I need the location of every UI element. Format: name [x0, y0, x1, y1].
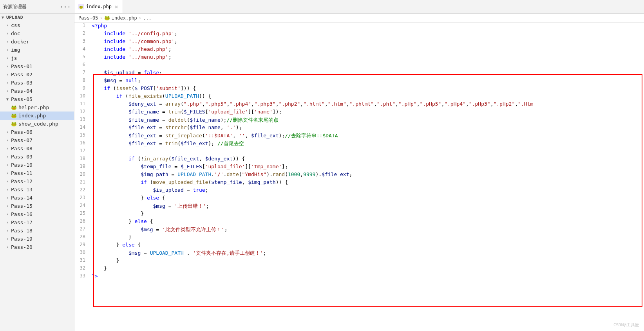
sidebar-item-pass17[interactable]: › Pass-17: [0, 218, 74, 227]
table-row: 32 }: [74, 265, 644, 273]
line-code: $msg = '上传出错！';: [90, 203, 644, 210]
line-number: 5: [74, 54, 90, 62]
line-code: include '../common.php';: [90, 38, 644, 46]
table-row: 29 } else {: [74, 242, 644, 250]
sidebar-item-show-code-php[interactable]: 🐸 show_code.php: [0, 120, 74, 128]
sidebar-item-pass19[interactable]: › Pass-19: [0, 235, 74, 243]
table-row: 3 include '../common.php';: [74, 38, 644, 46]
arrow-icon: ›: [6, 138, 9, 142]
table-row: 15 $file_ext = str_ireplace('::$DATA', '…: [74, 132, 644, 140]
arrow-icon: ›: [6, 146, 9, 151]
sidebar-item-index-php[interactable]: 🐸 index.php: [0, 112, 74, 120]
tab-close-button[interactable]: ✕: [114, 3, 119, 11]
table-row: 33 ?>: [74, 273, 644, 281]
arrow-icon: ›: [6, 171, 9, 175]
sidebar-item-pass01[interactable]: › Pass-01: [0, 62, 74, 70]
arrow-icon: ›: [6, 196, 9, 200]
line-code: if (file_exists(UPLOAD_PATH)) {: [90, 93, 644, 101]
sidebar-label: Pass-01: [11, 63, 33, 69]
table-row: 23 } else {: [74, 195, 644, 203]
line-number: 4: [74, 46, 90, 54]
sidebar-label: Pass-08: [11, 146, 33, 151]
sidebar-item-pass02[interactable]: › Pass-02: [0, 70, 74, 79]
table-row: 25 }: [74, 210, 644, 218]
sidebar-item-pass13[interactable]: › Pass-13: [0, 185, 74, 194]
sidebar-item-pass20[interactable]: › Pass-20: [0, 243, 74, 251]
table-row: 5 include '../menu.php';: [74, 54, 644, 62]
arrow-icon: ›: [6, 31, 9, 36]
line-code: $is_upload = false;: [90, 70, 644, 77]
table-row: 28 }: [74, 234, 644, 242]
arrow-icon: ›: [6, 245, 9, 249]
line-code: [90, 148, 644, 156]
sidebar-label: Pass-16: [11, 211, 33, 217]
line-code: } else {: [90, 195, 644, 203]
line-number: 21: [74, 179, 90, 187]
code-container[interactable]: 1 <?php 2 include '../config.php'; 3 inc…: [74, 23, 644, 331]
line-code: } else {: [90, 218, 644, 226]
sidebar-item-pass16[interactable]: › Pass-16: [0, 210, 74, 218]
sidebar-item-js[interactable]: › js: [0, 54, 74, 62]
sidebar-item-pass08[interactable]: › Pass-08: [0, 144, 74, 153]
sidebar-label: Pass-12: [11, 178, 33, 184]
sidebar-item-css[interactable]: › css: [0, 21, 74, 29]
line-number: 9: [74, 85, 90, 93]
sidebar-item-helper-php[interactable]: 🐸 helper.php: [0, 103, 74, 112]
sidebar-item-pass18[interactable]: › Pass-18: [0, 227, 74, 235]
line-number: 8: [74, 77, 90, 85]
line-number: 13: [74, 117, 90, 124]
sidebar-label: docker: [11, 39, 29, 45]
more-button[interactable]: ···: [60, 3, 71, 11]
sidebar-label: show_code.php: [18, 121, 58, 127]
php-file-icon: 🐸: [78, 4, 84, 9]
line-number: 17: [74, 148, 90, 156]
line-number: 16: [74, 140, 90, 148]
table-row: 9 if (isset($_POST['submit'])) {: [74, 85, 644, 93]
sidebar-item-upload[interactable]: ▼ UPLOAD: [0, 14, 74, 21]
breadcrumb-ellipsis: ...: [143, 15, 152, 21]
sidebar-label: Pass-14: [11, 195, 33, 201]
tab-index-php[interactable]: 🐸 index.php ✕: [74, 0, 123, 13]
sidebar-item-img[interactable]: › img: [0, 46, 74, 54]
sidebar-item-pass15[interactable]: › Pass-15: [0, 202, 74, 210]
line-number: 19: [74, 164, 90, 171]
line-number: 27: [74, 226, 90, 234]
sidebar-item-pass14[interactable]: › Pass-14: [0, 194, 74, 202]
sidebar-item-pass07[interactable]: › Pass-07: [0, 136, 74, 144]
sidebar-item-pass04[interactable]: › Pass-04: [0, 87, 74, 95]
file-icon: 🐸: [11, 113, 17, 119]
table-row: 6: [74, 62, 644, 70]
arrow-icon: ›: [6, 155, 9, 159]
table-row: 8 $msg = null;: [74, 77, 644, 85]
sidebar-item-pass11[interactable]: › Pass-11: [0, 169, 74, 177]
sidebar-item-docker[interactable]: › docker: [0, 38, 74, 46]
arrow-icon: ›: [6, 89, 9, 93]
sidebar-item-pass03[interactable]: › Pass-03: [0, 79, 74, 87]
table-row: 24 $msg = '上传出错！';: [74, 203, 644, 210]
arrow-icon: ›: [6, 130, 9, 134]
line-number: 24: [74, 203, 90, 210]
sidebar-item-doc[interactable]: › doc: [0, 29, 74, 38]
table-row: 14 $file_ext = strrchr($file_name, '.');: [74, 124, 644, 132]
sidebar-item-pass10[interactable]: › Pass-10: [0, 161, 74, 169]
breadcrumb-pass05: Pass-05: [78, 15, 98, 21]
line-number: 22: [74, 187, 90, 195]
sidebar-label: Pass-09: [11, 154, 33, 160]
arrow-icon: ›: [6, 64, 9, 68]
line-number: 26: [74, 218, 90, 226]
table-row: 10 if (file_exists(UPLOAD_PATH)) {: [74, 93, 644, 101]
line-code: $deny_ext = array(".php",".php5",".php4"…: [90, 101, 644, 109]
line-code: if (isset($_POST['submit'])) {: [90, 85, 644, 93]
table-row: 2 include '../config.php';: [74, 31, 644, 38]
line-number: 12: [74, 109, 90, 117]
line-code: }: [90, 210, 644, 218]
file-icon: 🐸: [11, 121, 17, 127]
sidebar-item-pass05[interactable]: ▼ Pass-05: [0, 95, 74, 103]
sidebar-item-pass06[interactable]: › Pass-06: [0, 128, 74, 136]
sidebar-label-upload: UPLOAD: [6, 15, 23, 20]
sidebar-item-pass09[interactable]: › Pass-09: [0, 153, 74, 161]
line-code: if (!in_array($file_ext, $deny_ext)) {: [90, 156, 644, 164]
line-number: 32: [74, 265, 90, 273]
sidebar-item-pass12[interactable]: › Pass-12: [0, 177, 74, 185]
arrow-icon: ›: [6, 163, 9, 167]
